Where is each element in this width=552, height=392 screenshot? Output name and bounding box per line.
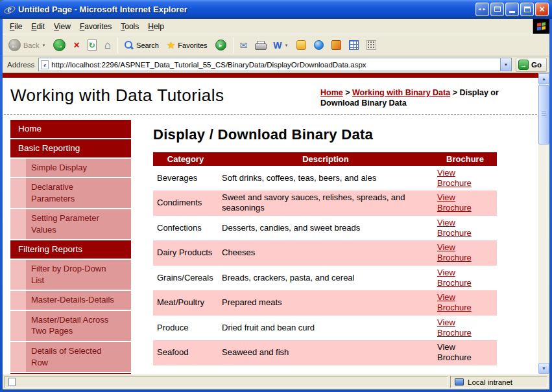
view-brochure-link[interactable]: View Brochure — [437, 292, 474, 314]
print-button[interactable] — [252, 36, 269, 54]
brochure-cell: View Brochure — [433, 190, 497, 216]
address-label: Address — [5, 61, 34, 69]
word-icon: W — [273, 41, 282, 50]
windows-logo — [533, 19, 549, 34]
addon-globe-button[interactable] — [311, 36, 327, 54]
sidebar-item-declarative-parameters[interactable]: Declarative Parameters — [10, 178, 131, 208]
view-brochure-link[interactable]: View Brochure — [437, 168, 474, 189]
sidebar-section-basic-reporting[interactable]: Basic Reporting — [10, 139, 131, 157]
stop-icon: × — [73, 40, 79, 51]
menu-edit[interactable]: Edit — [27, 19, 49, 34]
address-dropdown-button[interactable]: ▼ — [500, 58, 511, 71]
menu-view[interactable]: View — [49, 19, 75, 34]
brochure-cell: View Brochure — [433, 290, 497, 316]
standard-toolbar: ← Back ▼ → × ↻ ⌂ Search ★ Fa — [3, 34, 549, 56]
sidebar-gutter — [10, 311, 26, 341]
sidebar-section-home[interactable]: Home — [10, 120, 131, 138]
scroll-track[interactable] — [538, 84, 549, 363]
sidebar-item-master-details-details[interactable]: Master-Details-Details — [10, 291, 131, 310]
address-box: e ▼ — [38, 58, 512, 71]
categories-table: CategoryDescriptionBrochure BeveragesSof… — [153, 152, 497, 365]
nav-arrows-icon: ◄► — [478, 7, 487, 11]
status-bar: Local intranet — [3, 374, 549, 389]
browser-window: e Untitled Page - Microsoft Internet Exp… — [0, 0, 552, 392]
sidebar-item-filter-by-drop-down-list[interactable]: Filter by Drop-Down List — [10, 260, 131, 290]
edit-with-word-button[interactable]: W ▼ — [270, 36, 291, 54]
title-left: e Untitled Page - Microsoft Internet Exp… — [4, 4, 475, 15]
home-button[interactable]: ⌂ — [101, 36, 114, 54]
vertical-scrollbar[interactable]: ▲ ▼ — [538, 73, 549, 374]
sidebar-gutter — [10, 178, 26, 208]
menu-tools[interactable]: Tools — [116, 19, 143, 34]
menu-bar: FileEditViewFavoritesToolsHelp — [3, 19, 549, 34]
page-heading: Display / Download Binary Data — [153, 126, 532, 143]
sidebar-item-setting-parameter-values[interactable]: Setting Parameter Values — [10, 209, 131, 239]
addon-dots-button[interactable] — [363, 36, 379, 54]
menu-file[interactable]: File — [5, 19, 27, 34]
scroll-up-button[interactable]: ▲ — [538, 73, 549, 84]
minimize-icon — [509, 11, 515, 13]
refresh-button[interactable]: ↻ — [84, 36, 100, 54]
nav-arrows-button[interactable]: ◄► — [475, 3, 489, 16]
messenger-button[interactable] — [293, 36, 309, 54]
scroll-down-button[interactable]: ▼ — [538, 363, 549, 374]
go-button[interactable]: → Go — [516, 58, 547, 72]
home-icon: ⌂ — [104, 40, 111, 51]
maximize-icon — [524, 6, 531, 12]
search-button[interactable]: Search — [121, 36, 162, 54]
browser-viewport: Working with Data Tutorials Home > Worki… — [3, 73, 549, 374]
sidebar-item-details-of-selected-row[interactable]: Details of Selected Row — [10, 342, 131, 372]
breadcrumb: Home > Working with Binary Data > Displa… — [320, 87, 534, 109]
menu-help[interactable]: Help — [143, 19, 169, 34]
menu-favorites[interactable]: Favorites — [75, 19, 116, 34]
forward-button[interactable]: → — [50, 36, 69, 54]
view-brochure-link[interactable]: View Brochure — [437, 242, 474, 264]
sidebar-item-label: Filter by Drop-Down List — [26, 260, 131, 290]
print-icon — [255, 41, 265, 50]
table-row-meat-poultry: Meat/PoultryPrepared meatsView Brochure — [153, 290, 497, 316]
sidebar-item-master-detail-across-two-pages[interactable]: Master/Detail Across Two Pages — [10, 311, 131, 341]
status-message-panel — [5, 376, 448, 388]
page-body: HomeBasic ReportingSimple DisplayDeclara… — [3, 115, 538, 375]
media-button[interactable]: ▸ — [212, 36, 230, 54]
sidebar-section-filtering-reports[interactable]: Filtering Reports — [10, 240, 131, 259]
screen-button[interactable] — [490, 3, 504, 16]
addon-research-button[interactable] — [328, 36, 344, 54]
favorites-button[interactable]: ★ Favorites — [163, 36, 211, 54]
category-cell: Meat/Poultry — [153, 290, 218, 316]
minimize-button[interactable] — [505, 3, 519, 16]
view-brochure-link[interactable]: View Brochure — [437, 218, 474, 239]
stop-button[interactable]: × — [70, 36, 82, 54]
addon-grid-button[interactable] — [346, 36, 362, 54]
zone-label: Local intranet — [468, 378, 512, 386]
breadcrumb-link-home[interactable]: Home — [320, 88, 343, 97]
category-cell: Dairy Products — [153, 240, 218, 266]
brochure-cell: View Brochure — [433, 316, 497, 341]
category-cell: Seafood — [153, 340, 218, 365]
go-label: Go — [531, 61, 542, 69]
word-dropdown-icon[interactable]: ▼ — [285, 43, 289, 47]
globe-icon — [314, 40, 324, 50]
back-icon: ← — [8, 39, 21, 51]
description-cell: Dried fruit and bean curd — [218, 316, 433, 341]
table-header-row: CategoryDescriptionBrochure — [153, 152, 497, 166]
scroll-thumb[interactable] — [538, 85, 549, 144]
back-dropdown-icon[interactable]: ▼ — [42, 43, 45, 47]
maximize-button[interactable] — [520, 3, 534, 16]
sidebar-item-simple-display[interactable]: Simple Display — [10, 159, 131, 178]
page-header: Working with Data Tutorials Home > Worki… — [3, 78, 538, 114]
sidebar-gutter — [10, 291, 26, 310]
category-cell: Condiments — [153, 190, 218, 216]
description-cell: Desserts, candies, and sweet breads — [218, 216, 433, 241]
page-content: Working with Data Tutorials Home > Worki… — [3, 73, 538, 374]
address-input[interactable] — [51, 59, 498, 70]
breadcrumb-link-working-with-binary-data[interactable]: Working with Binary Data — [352, 88, 450, 97]
back-button[interactable]: ← Back ▼ — [5, 36, 49, 54]
view-brochure-link[interactable]: View Brochure — [437, 317, 474, 339]
view-brochure-link[interactable]: View Brochure — [437, 268, 474, 289]
page-status-icon — [8, 378, 16, 386]
close-button[interactable]: × — [535, 3, 549, 16]
mail-button[interactable]: ✉ — [237, 36, 251, 54]
view-brochure-link[interactable]: View Brochure — [437, 192, 474, 214]
table-row-confections: ConfectionsDesserts, candies, and sweet … — [153, 216, 497, 241]
